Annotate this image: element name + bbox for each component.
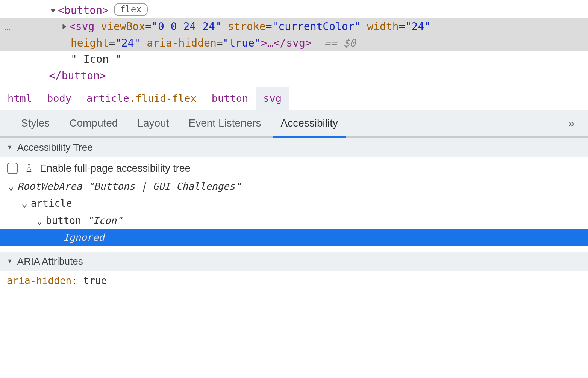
disclosure-triangle-down-icon[interactable] xyxy=(49,6,57,15)
aria-attributes-body: aria-hidden: true xyxy=(0,271,588,293)
selection-ref: == $0 xyxy=(324,35,356,51)
section-header-aria-attrs[interactable]: ▼ ARIA Attributes xyxy=(0,252,588,271)
disclosure-triangle-right-icon[interactable] xyxy=(60,23,68,31)
a11y-tree-body: Enable full-page accessibility tree ⌄ Ro… xyxy=(0,157,588,252)
aria-attr-name: aria-hidden xyxy=(7,275,71,286)
disclosure-triangle-down-icon: ▼ xyxy=(7,258,13,265)
breadcrumb-article[interactable]: article.fluid-flex xyxy=(79,87,204,110)
tab-layout[interactable]: Layout xyxy=(127,110,179,136)
dom-node-svg-open[interactable]: … <svg viewBox="0 0 24 24" stroke="curre… xyxy=(0,18,588,35)
chevron-down-icon[interactable]: ⌄ xyxy=(35,212,44,230)
enable-full-page-tree-label: Enable full-page accessibility tree xyxy=(40,163,191,174)
section-title: ARIA Attributes xyxy=(17,256,83,267)
a11y-tree-node-ignored[interactable]: Ignored xyxy=(0,229,588,246)
enable-full-page-tree-checkbox[interactable] xyxy=(7,163,18,174)
tabs-overflow-icon[interactable]: » xyxy=(561,117,581,130)
a11y-tree[interactable]: ⌄ RootWebArea "Buttons | GUI Challenges"… xyxy=(7,178,581,246)
flex-badge[interactable]: flex xyxy=(114,3,148,16)
flask-icon xyxy=(23,163,35,174)
aria-attr-value: : true xyxy=(71,275,107,286)
enable-full-page-tree-row: Enable full-page accessibility tree xyxy=(7,161,581,178)
section-title: Accessibility Tree xyxy=(17,142,93,153)
chevron-down-icon[interactable]: ⌄ xyxy=(7,178,15,195)
section-header-a11y-tree[interactable]: ▼ Accessibility Tree xyxy=(0,138,588,157)
a11y-tree-node-root[interactable]: ⌄ RootWebArea "Buttons | GUI Challenges" xyxy=(7,178,581,195)
a11y-tree-node-article[interactable]: ⌄ article xyxy=(7,195,581,212)
devtools-root: <button> flex … <svg viewBox="0 0 24 24"… xyxy=(0,0,588,293)
breadcrumb-body[interactable]: body xyxy=(39,87,79,110)
breadcrumb-button[interactable]: button xyxy=(204,87,256,110)
breadcrumb-html[interactable]: html xyxy=(0,87,39,110)
sidebar-tabs: Styles Computed Layout Event Listeners A… xyxy=(0,110,588,138)
tab-computed[interactable]: Computed xyxy=(59,110,127,136)
tab-accessibility[interactable]: Accessibility xyxy=(271,110,348,136)
chevron-down-icon[interactable]: ⌄ xyxy=(20,195,29,212)
dom-node-svg-open-cont[interactable]: height="24" aria-hidden="true">…</svg> =… xyxy=(0,35,588,51)
dom-node-button-open[interactable]: <button> flex xyxy=(0,2,588,18)
disclosure-triangle-down-icon: ▼ xyxy=(7,144,13,151)
breadcrumb-svg[interactable]: svg xyxy=(256,87,289,110)
dom-node-button-close[interactable]: </button> xyxy=(0,68,588,84)
tab-event-listeners[interactable]: Event Listeners xyxy=(179,110,271,136)
dom-text-node[interactable]: " Icon " xyxy=(0,51,588,67)
gutter-ellipsis-icon[interactable]: … xyxy=(5,19,11,34)
a11y-tree-node-button[interactable]: ⌄ button "Icon" xyxy=(7,212,581,230)
tab-styles[interactable]: Styles xyxy=(11,110,59,136)
breadcrumb: html body article.fluid-flex button svg xyxy=(0,87,588,110)
elements-dom-tree[interactable]: <button> flex … <svg viewBox="0 0 24 24"… xyxy=(0,0,588,87)
